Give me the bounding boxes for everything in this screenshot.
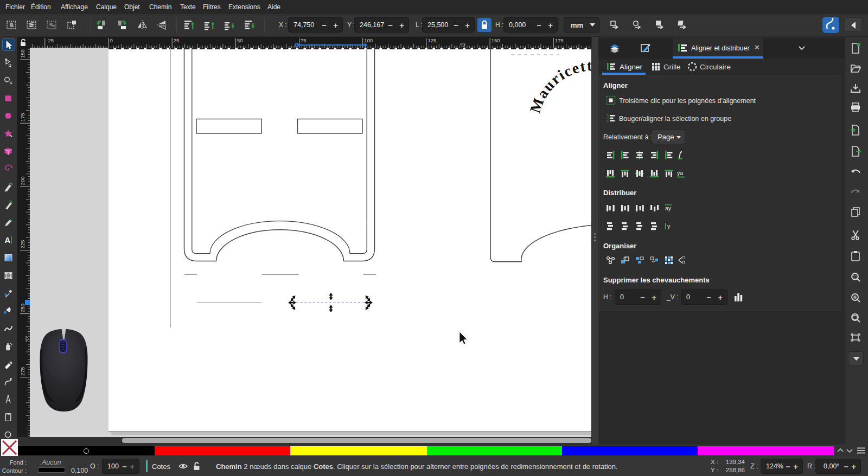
svg-text:ay: ay — [665, 205, 672, 211]
svg-text:25: 25 — [174, 37, 180, 43]
svg-text:A: A — [5, 236, 11, 245]
svg-text:125: 125 — [427, 37, 436, 43]
svg-text:175: 175 — [555, 37, 564, 43]
svg-text:250: 250 — [20, 304, 25, 312]
svg-text:-25: -25 — [46, 37, 54, 43]
svg-text:175: 175 — [20, 113, 25, 121]
svg-text:200: 200 — [20, 177, 25, 185]
svg-text:0: 0 — [110, 37, 113, 43]
svg-text:150: 150 — [492, 37, 500, 43]
svg-text:75: 75 — [301, 37, 307, 43]
svg-text:150: 150 — [20, 49, 25, 58]
svg-text:ya: ya — [677, 170, 683, 176]
svg-text:y: y — [667, 223, 671, 229]
svg-text:50: 50 — [237, 37, 243, 43]
svg-text:225: 225 — [20, 240, 25, 249]
svg-text:100: 100 — [364, 37, 373, 43]
svg-text:275: 275 — [20, 367, 25, 376]
